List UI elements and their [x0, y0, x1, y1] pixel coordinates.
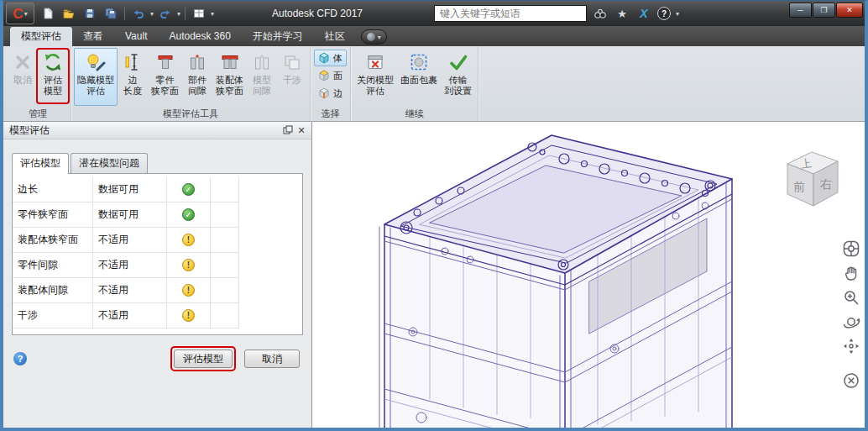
- tab-vault[interactable]: Vault: [114, 27, 158, 46]
- select-face-label: 面: [333, 70, 342, 82]
- close-assessment-button[interactable]: 关闭模型 评估: [353, 48, 397, 106]
- app-menu-button[interactable]: C ▾: [6, 3, 34, 24]
- ribbon-group-label[interactable]: 管理: [5, 107, 71, 121]
- interference-label: 干涉: [283, 75, 301, 86]
- row-status: 不适用: [93, 303, 167, 329]
- row-name: 零件狭窄面: [13, 202, 93, 228]
- row-name: 装配体间隙: [13, 278, 93, 303]
- edge-length-button[interactable]: 边 长度: [118, 48, 148, 106]
- row-status: 不适用: [93, 228, 167, 253]
- layout-dropdown-icon[interactable]: ▾: [211, 10, 214, 18]
- cancel-button[interactable]: 取消: [8, 48, 38, 106]
- minimize-button[interactable]: ─: [789, 3, 812, 18]
- row-name: 边长: [13, 177, 93, 202]
- table-row[interactable]: 干涉 不适用 !: [13, 303, 302, 329]
- viewcube-right-label[interactable]: 右: [820, 177, 832, 191]
- favorites-star-icon[interactable]: ★: [614, 5, 630, 22]
- face-icon: [318, 69, 330, 83]
- surface-wrap-button[interactable]: 曲面包裹: [397, 48, 441, 106]
- a360-drive-button[interactable]: ▾: [361, 29, 387, 45]
- hide-assessment-button[interactable]: 隐藏模型 评估: [74, 48, 118, 106]
- close-button[interactable]: ✕: [836, 3, 863, 18]
- table-row[interactable]: 零件间隙 不适用 !: [13, 253, 302, 278]
- select-face-button[interactable]: 面: [314, 67, 347, 84]
- assembly-narrow-faces-icon: [219, 51, 241, 73]
- viewcube-top-label[interactable]: 上: [800, 156, 813, 171]
- row-name: 零件间隙: [13, 253, 93, 278]
- viewport-3d[interactable]: 上 前 右: [312, 122, 865, 428]
- component-gaps-button[interactable]: 部件 间隙: [182, 48, 212, 106]
- close-navbar-icon[interactable]: [842, 371, 860, 390]
- panel-titlebar[interactable]: 模型评估 ✕: [3, 122, 311, 139]
- view-cube[interactable]: 上 前 右: [771, 142, 848, 216]
- toolbar-separator: [124, 7, 125, 20]
- part-narrow-faces-button[interactable]: 零件 狭窄面: [148, 48, 182, 106]
- open-file-button[interactable]: [60, 5, 78, 22]
- transfer-to-setup-button[interactable]: 传输 到设置: [441, 48, 475, 106]
- ribbon-group-label[interactable]: 模型评估工具: [71, 107, 310, 121]
- table-row[interactable]: 装配体间隙 不适用 !: [13, 278, 302, 303]
- select-volume-label: 体: [333, 52, 342, 65]
- panel-tab-assess-model[interactable]: 评估模型: [12, 153, 69, 174]
- tab-autodesk-360[interactable]: Autodesk 360: [158, 27, 241, 46]
- tab-model-assessment[interactable]: 模型评估: [10, 27, 72, 46]
- cancel-icon: [12, 51, 34, 73]
- viewcube-front-label[interactable]: 前: [793, 180, 805, 193]
- window-title: Autodesk CFD 2017: [225, 1, 410, 26]
- toolbar-separator: [185, 7, 186, 20]
- pan-hand-icon[interactable]: [842, 264, 860, 282]
- surface-wrap-icon: [408, 51, 430, 73]
- ribbon-group-label[interactable]: 选择: [311, 107, 350, 121]
- edge-length-icon: [122, 51, 144, 73]
- interference-icon: [281, 51, 303, 73]
- orbit-icon[interactable]: [842, 313, 860, 331]
- float-panel-icon[interactable]: [281, 124, 295, 137]
- center-pan-icon[interactable]: [842, 337, 860, 355]
- search-binoculars-icon[interactable]: [592, 5, 609, 22]
- chevron-down-icon: ▾: [24, 10, 28, 18]
- tab-get-started[interactable]: 开始并学习: [242, 27, 314, 46]
- search-input[interactable]: [434, 5, 587, 22]
- row-status: 数据可用: [93, 177, 167, 202]
- undo-button[interactable]: [129, 5, 148, 22]
- select-edge-button[interactable]: 边: [314, 85, 347, 102]
- a360-exchange-icon[interactable]: X: [635, 5, 652, 22]
- zoom-icon[interactable]: [842, 288, 860, 307]
- table-row[interactable]: 零件狭窄面 数据可用 ✓: [13, 202, 302, 228]
- tab-view[interactable]: 查看: [72, 27, 114, 46]
- help-icon[interactable]: ?: [657, 7, 671, 20]
- select-volume-button[interactable]: 体: [314, 50, 347, 66]
- help-dropdown-icon[interactable]: ▾: [676, 10, 679, 18]
- assembly-narrow-faces-button[interactable]: 装配体 狭窄面: [212, 48, 247, 106]
- chevron-down-icon: ▾: [378, 34, 381, 41]
- save-as-button[interactable]: [102, 5, 120, 22]
- window-controls: ─ ❐ ✕: [789, 3, 863, 18]
- undo-dropdown-icon[interactable]: ▾: [150, 10, 154, 18]
- steering-wheel-icon[interactable]: [842, 239, 860, 258]
- status-ok-icon: ✓: [182, 183, 195, 196]
- assess-model-dialog-button[interactable]: 评估模型: [174, 350, 233, 368]
- cancel-dialog-button[interactable]: 取消: [244, 350, 300, 368]
- component-gaps-label: 部件 间隙: [188, 75, 207, 97]
- row-name: 干涉: [13, 303, 93, 329]
- interference-button[interactable]: 干涉: [277, 48, 307, 106]
- table-row[interactable]: 边长 数据可用 ✓: [13, 177, 302, 202]
- panel-tab-potential-issues[interactable]: 潜在模型问题: [71, 153, 148, 174]
- table-row[interactable]: 装配体狭窄面 不适用 !: [13, 228, 302, 253]
- ribbon-group-label[interactable]: 继续: [351, 107, 478, 121]
- redo-button[interactable]: [156, 5, 175, 22]
- new-document-button[interactable]: [39, 5, 57, 22]
- model-gaps-button[interactable]: 模型 间隙: [247, 48, 277, 106]
- status-warning-icon: !: [182, 234, 195, 246]
- quick-access-toolbar: ▾ ▾ ▾: [39, 5, 214, 22]
- redo-dropdown-icon[interactable]: ▾: [177, 10, 180, 18]
- maximize-button[interactable]: ❐: [813, 3, 835, 18]
- assess-model-button[interactable]: 评估 模型: [38, 48, 68, 106]
- tab-community[interactable]: 社区: [314, 27, 356, 46]
- help-icon[interactable]: ?: [13, 352, 27, 365]
- panel-close-icon[interactable]: ✕: [295, 124, 308, 137]
- layout-button[interactable]: [190, 5, 208, 22]
- ribbon-group-assessment-tools: 隐藏模型 评估 边 长度 零件 狭窄面 部件 间隙 装配体 狭窄面: [71, 46, 311, 121]
- save-button[interactable]: [81, 5, 99, 22]
- ribbon-group-selection: 体 面 边 选择: [311, 46, 351, 121]
